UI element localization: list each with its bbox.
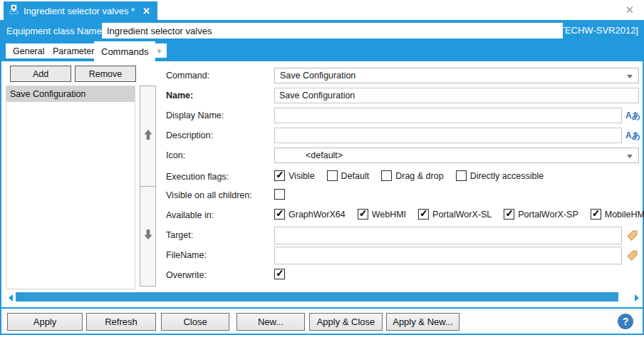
checkbox-portalworx-sp[interactable]: PortalWorX-SP: [504, 209, 578, 220]
new-button[interactable]: New...: [237, 313, 305, 331]
document-tab-title: Ingredient selector valves *: [24, 6, 135, 16]
checkbox-box[interactable]: [418, 209, 429, 220]
checkbox-box[interactable]: [504, 209, 514, 220]
chevron-down-icon: [627, 75, 633, 78]
close-button[interactable]: Close: [161, 313, 229, 331]
horizontal-scrollbar[interactable]: [3, 292, 643, 304]
apply-button[interactable]: Apply: [7, 313, 83, 331]
chevron-down-icon: [627, 155, 633, 158]
overwrite-label: Overwrite:: [166, 270, 207, 280]
checkbox-label: PortalWorX-SP: [518, 210, 578, 220]
checkbox-box[interactable]: [274, 170, 285, 181]
command-label: Command:: [166, 71, 209, 81]
available-in-label: Available in:: [166, 210, 214, 220]
icon-label: Icon:: [166, 150, 185, 160]
page-tab-bar: General Parameters Commands +: [0, 41, 644, 61]
commands-tab-content: Add Remove Save Configuration Command: S…: [0, 61, 644, 309]
scrollbar-thumb[interactable]: [16, 292, 618, 302]
refresh-button[interactable]: Refresh: [86, 313, 156, 331]
document-tab-strip: Ingredient selector valves * ✕ ✕: [0, 0, 644, 20]
visible-on-all-children-label: Visible on all children:: [166, 190, 252, 200]
reorder-controls: [140, 86, 156, 287]
checkbox-drag-drop[interactable]: Drag & drop: [381, 170, 443, 181]
checkbox-directly-accessible[interactable]: Directly accessible: [456, 170, 544, 181]
description-label: Description:: [166, 130, 213, 140]
icon-dropdown[interactable]: <default>: [274, 148, 639, 163]
filename-label: FileName:: [166, 250, 207, 260]
checkbox-box[interactable]: [358, 209, 368, 220]
equipment-class-editor-window: Ingredient selector valves * ✕ ✕ Equipme…: [0, 0, 644, 340]
tab-add-button[interactable]: +: [152, 43, 167, 58]
arrow-down-icon: [143, 229, 153, 243]
checkbox-label: Drag & drop: [395, 171, 443, 181]
remove-command-button[interactable]: Remove: [75, 66, 136, 82]
execution-flags-group: Visible Default Drag & drop Directly acc…: [274, 170, 556, 181]
server-name-badge: [TECHW-SVR2012]: [556, 25, 638, 36]
scroll-right-icon[interactable]: [635, 294, 639, 302]
tab-general[interactable]: General: [6, 43, 51, 58]
document-tab[interactable]: Ingredient selector valves * ✕: [4, 1, 157, 20]
checkbox-label: WebHMI: [372, 210, 406, 220]
checkbox-webhmi[interactable]: WebHMI: [358, 209, 406, 220]
display-name-input[interactable]: [274, 108, 622, 123]
checkbox-box[interactable]: [591, 209, 601, 220]
apply-close-button[interactable]: Apply & Close: [309, 313, 383, 331]
display-name-label: Display Name:: [166, 110, 224, 120]
localize-icon[interactable]: Aあ: [625, 110, 640, 122]
header-bar: Equipment class Name: [TECHW-SVR2012]: [0, 20, 644, 41]
checkbox-visible[interactable]: Visible: [274, 170, 315, 181]
arrow-up-icon: [143, 129, 153, 143]
checkbox-box[interactable]: [381, 170, 392, 181]
target-label: Target:: [166, 230, 193, 240]
name-input[interactable]: [274, 88, 639, 103]
checkbox-default[interactable]: Default: [327, 170, 370, 181]
checkbox-portalworx-sl[interactable]: PortalWorX-SL: [418, 209, 492, 220]
available-in-group: GraphWorX64 WebHMI PortalWorX-SL PortalW…: [274, 209, 644, 220]
tab-commands[interactable]: Commands: [94, 41, 155, 61]
checkbox-label: Default: [341, 171, 370, 181]
move-down-button[interactable]: [140, 186, 156, 287]
apply-new-button[interactable]: Apply & New...: [386, 313, 459, 331]
checkbox-label: GraphWorX64: [289, 210, 346, 220]
command-dropdown[interactable]: Save Configuration: [274, 68, 639, 83]
equipment-class-icon: [9, 4, 19, 17]
name-label: Name:: [166, 91, 193, 101]
checkbox-label: Visible: [289, 171, 315, 181]
target-input[interactable]: [274, 227, 622, 244]
description-input[interactable]: [274, 128, 622, 143]
window-close-icon[interactable]: ✕: [625, 4, 634, 15]
equipment-class-name-label: Equipment class Name:: [6, 26, 104, 36]
filename-input[interactable]: [274, 247, 622, 264]
execution-flags-label: Execution flags:: [166, 172, 229, 182]
overwrite-group: [274, 269, 285, 279]
checkbox-label: Directly accessible: [470, 171, 544, 181]
checkbox-overwrite[interactable]: [274, 269, 285, 279]
tag-attach-icon[interactable]: [626, 230, 638, 242]
localize-icon[interactable]: Aあ: [625, 130, 640, 142]
checkbox-mobilehmi[interactable]: MobileHMI: [591, 209, 644, 220]
command-dropdown-value: Save Configuration: [280, 71, 355, 81]
commands-list[interactable]: Save Configuration: [6, 86, 135, 289]
checkbox-label: MobileHMI: [605, 210, 644, 220]
add-command-button[interactable]: Add: [10, 66, 71, 82]
checkbox-visible-on-all-children[interactable]: [274, 189, 285, 200]
equipment-class-name-input[interactable]: [102, 23, 563, 38]
checkbox-box[interactable]: [327, 170, 338, 181]
checkbox-label: PortalWorX-SL: [432, 210, 492, 220]
document-tab-close-icon[interactable]: ✕: [142, 6, 150, 16]
list-item[interactable]: Save Configuration: [6, 86, 135, 102]
footer-bar: Apply Refresh Close New... Apply & Close…: [0, 309, 644, 335]
visible-on-all-children-group: [274, 189, 285, 200]
scroll-left-icon[interactable]: [9, 294, 13, 302]
checkbox-box[interactable]: [456, 170, 467, 181]
move-up-button[interactable]: [140, 86, 156, 187]
help-icon[interactable]: ?: [618, 314, 633, 329]
checkbox-graphworx64[interactable]: GraphWorX64: [274, 209, 346, 220]
icon-dropdown-value: <default>: [306, 150, 343, 160]
checkbox-box[interactable]: [274, 209, 285, 220]
tag-attach-icon[interactable]: [626, 249, 638, 262]
